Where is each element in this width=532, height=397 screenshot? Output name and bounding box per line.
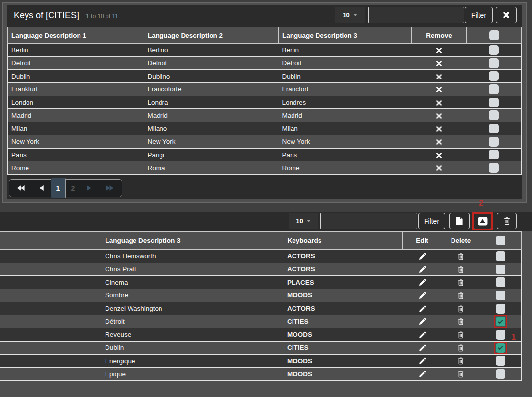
values-toolbar: 10 Filter xyxy=(0,212,532,231)
edit-pencil-icon[interactable] xyxy=(419,266,426,273)
page-prev-button[interactable] xyxy=(32,180,51,197)
cell-delete[interactable] xyxy=(442,289,480,302)
delete-trash-icon[interactable] xyxy=(457,318,464,325)
delete-selected-button[interactable] xyxy=(497,213,517,229)
col-keyboards[interactable]: Keyboards xyxy=(284,232,402,250)
cell-edit[interactable] xyxy=(402,302,442,315)
edit-pencil-icon[interactable] xyxy=(419,318,426,325)
row-checkbox[interactable] xyxy=(496,304,505,314)
page-next-button[interactable] xyxy=(80,180,98,197)
cell-edit[interactable] xyxy=(402,354,442,368)
row-checkbox[interactable] xyxy=(489,163,499,173)
row-checkbox[interactable] xyxy=(496,369,505,379)
delete-trash-icon[interactable] xyxy=(457,357,464,365)
cell-edit[interactable] xyxy=(402,250,442,263)
cell-delete[interactable] xyxy=(442,328,480,342)
delete-trash-icon[interactable] xyxy=(457,292,464,299)
cell-remove xyxy=(412,161,467,175)
row-checkbox[interactable] xyxy=(489,45,499,55)
row-checkbox[interactable] xyxy=(496,251,505,261)
cell-edit[interactable] xyxy=(402,263,442,276)
cell-edit[interactable] xyxy=(402,276,442,289)
cell-edit[interactable] xyxy=(402,289,442,302)
delete-trash-icon[interactable] xyxy=(457,266,464,273)
page-2-button[interactable]: 2 xyxy=(66,180,80,197)
row-checkbox[interactable] xyxy=(496,277,505,287)
row-checkbox[interactable] xyxy=(489,124,499,133)
edit-pencil-icon[interactable] xyxy=(419,253,426,260)
row-checkbox[interactable] xyxy=(496,265,505,274)
row-checkbox-checked[interactable] xyxy=(496,343,505,353)
cell-language-description-3: Denzel Washington xyxy=(102,302,284,315)
row-checkbox[interactable] xyxy=(496,291,505,300)
remove-icon[interactable] xyxy=(436,165,442,171)
row-checkbox[interactable] xyxy=(489,150,499,159)
select-all-checkbox[interactable] xyxy=(489,30,499,40)
cell-delete[interactable] xyxy=(442,263,480,276)
cell-delete[interactable] xyxy=(442,276,480,289)
page-first-button[interactable] xyxy=(9,180,32,197)
remove-icon[interactable] xyxy=(436,74,442,80)
delete-trash-icon[interactable] xyxy=(457,305,464,313)
cell-edit[interactable] xyxy=(402,328,442,342)
row-checkbox-checked[interactable] xyxy=(496,317,505,326)
cell-language-description-2: Milano xyxy=(144,122,279,135)
cell-delete[interactable] xyxy=(442,302,480,315)
col-language-description-1[interactable]: Language Description 1 xyxy=(8,27,144,44)
cell-language-description-3: Détroit xyxy=(279,56,412,70)
delete-trash-icon[interactable] xyxy=(457,253,464,260)
edit-pencil-icon[interactable] xyxy=(419,279,426,286)
row-checkbox[interactable] xyxy=(496,356,505,366)
values-page-size-select[interactable]: 10 xyxy=(289,213,318,229)
page-1-button[interactable]: 1 xyxy=(51,178,66,198)
delete-trash-icon[interactable] xyxy=(457,344,464,352)
row-checkbox[interactable] xyxy=(489,58,499,68)
filter-button[interactable]: Filter xyxy=(465,7,493,23)
cell-delete[interactable] xyxy=(442,341,480,354)
edit-pencil-icon[interactable] xyxy=(419,371,426,378)
cell-delete[interactable] xyxy=(442,315,480,328)
edit-pencil-icon[interactable] xyxy=(419,305,426,313)
cell-delete[interactable] xyxy=(442,250,480,263)
delete-trash-icon[interactable] xyxy=(457,331,464,339)
values-filter-button[interactable]: Filter xyxy=(418,213,445,229)
remove-icon[interactable] xyxy=(436,86,442,93)
upload-button[interactable] xyxy=(473,213,492,229)
edit-pencil-icon[interactable] xyxy=(419,292,426,299)
remove-icon[interactable] xyxy=(436,100,442,106)
cell-keyboard: CITIES xyxy=(284,315,402,328)
remove-icon[interactable] xyxy=(436,152,442,159)
row-checkbox[interactable] xyxy=(489,137,499,147)
new-document-button[interactable] xyxy=(449,213,470,229)
cell-edit[interactable] xyxy=(402,368,442,381)
remove-icon[interactable] xyxy=(436,60,442,67)
row-checkbox[interactable] xyxy=(489,98,499,107)
values-select-all-checkbox[interactable] xyxy=(496,236,505,245)
edit-pencil-icon[interactable] xyxy=(419,331,426,339)
cell-edit[interactable] xyxy=(402,315,442,328)
filter-input[interactable] xyxy=(368,7,464,23)
col-language-description-3[interactable]: Language Description 3 xyxy=(279,27,412,44)
cell-edit[interactable] xyxy=(402,341,442,354)
values-filter-input[interactable] xyxy=(320,213,417,229)
delete-trash-icon[interactable] xyxy=(457,371,464,378)
edit-pencil-icon[interactable] xyxy=(419,344,426,352)
col-language-description-3[interactable]: Language Description 3 xyxy=(102,232,284,250)
page-last-button[interactable] xyxy=(98,180,122,197)
city-row: ParisParigiParis xyxy=(8,148,522,161)
cell-delete[interactable] xyxy=(442,354,480,368)
row-checkbox[interactable] xyxy=(496,330,505,340)
col-language-description-2[interactable]: Language Description 2 xyxy=(144,27,279,44)
delete-trash-icon[interactable] xyxy=(457,279,464,286)
edit-pencil-icon[interactable] xyxy=(419,357,426,365)
remove-icon[interactable] xyxy=(436,126,442,132)
remove-icon[interactable] xyxy=(436,139,442,145)
remove-icon[interactable] xyxy=(436,113,442,119)
row-checkbox[interactable] xyxy=(489,110,499,120)
remove-icon[interactable] xyxy=(436,47,442,53)
page-size-select[interactable]: 10 xyxy=(335,7,365,23)
row-checkbox[interactable] xyxy=(489,84,499,94)
cell-delete[interactable] xyxy=(442,368,480,381)
close-button[interactable] xyxy=(496,7,517,23)
row-checkbox[interactable] xyxy=(489,71,499,81)
